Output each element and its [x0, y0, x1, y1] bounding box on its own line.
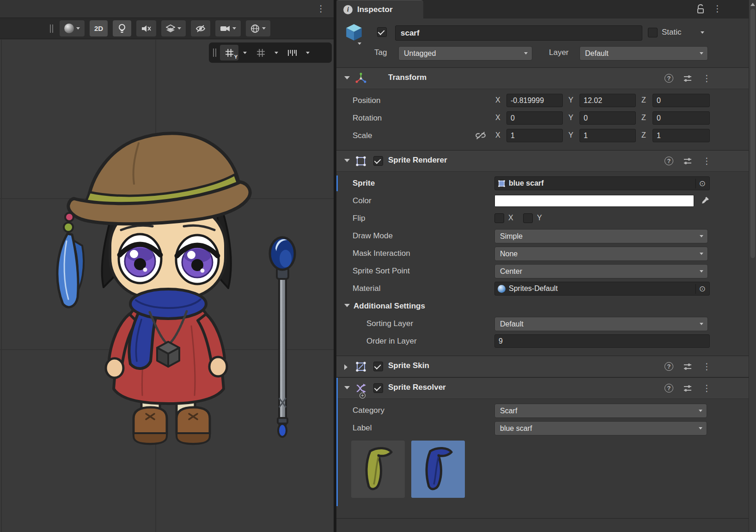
static-dropdown-icon[interactable]: [701, 31, 704, 34]
scene-visibility-button[interactable]: [191, 20, 210, 36]
additional-settings-row[interactable]: Additional Settings: [336, 297, 749, 315]
scene-effects-button[interactable]: [161, 20, 186, 36]
sorting-layer-dropdown[interactable]: Default: [494, 317, 708, 331]
component-enabled-checkbox[interactable]: [373, 362, 383, 371]
layer-dropdown[interactable]: Default: [579, 46, 708, 60]
toolbar-drag-handle[interactable]: [50, 24, 51, 33]
scene-canvas[interactable]: [0, 0, 334, 532]
presets-icon[interactable]: [683, 384, 692, 393]
sprite-thumbnail-blue-scarf[interactable]: [411, 441, 465, 498]
rotation-y-field[interactable]: [579, 111, 636, 125]
scene-camera-button[interactable]: [215, 20, 241, 36]
color-swatch[interactable]: [494, 195, 694, 207]
active-checkbox[interactable]: [377, 27, 387, 37]
object-picker-icon[interactable]: ⊙: [695, 179, 707, 188]
chevron-down-icon: [700, 323, 703, 325]
order-in-layer-field[interactable]: [494, 334, 710, 348]
tag-dropdown[interactable]: Untagged: [398, 46, 532, 60]
scene-lighting-button[interactable]: [113, 20, 131, 36]
snap-increment-button[interactable]: [283, 45, 301, 60]
scale-z-field[interactable]: [652, 129, 710, 142]
help-icon[interactable]: ?: [665, 74, 673, 83]
foldout-icon[interactable]: [344, 386, 350, 389]
help-icon[interactable]: ?: [665, 362, 673, 371]
static-checkbox[interactable]: [648, 28, 658, 37]
prefab-expand-icon[interactable]: [358, 42, 361, 45]
sprite-sort-point-value: Center: [500, 267, 522, 276]
sprite-resolver-header[interactable]: + Sprite Resolver ? ⋮: [336, 378, 749, 399]
help-icon[interactable]: ?: [665, 384, 673, 393]
help-icon[interactable]: ?: [665, 157, 673, 165]
tab-inspector[interactable]: i Inspector: [336, 0, 423, 18]
foldout-icon[interactable]: [344, 76, 350, 79]
flip-y-checkbox[interactable]: [523, 213, 533, 223]
resolver-badge-icon: +: [360, 393, 366, 399]
2d-mode-button[interactable]: 2D: [90, 20, 108, 36]
presets-icon[interactable]: [683, 362, 692, 371]
character-sprite[interactable]: [57, 133, 250, 444]
position-x-field[interactable]: [506, 94, 563, 107]
object-picker-icon[interactable]: ⊙: [695, 284, 707, 294]
sprite-object-field[interactable]: blue scarf ⊙: [494, 176, 710, 190]
scene-audio-button[interactable]: [136, 20, 156, 36]
category-dropdown[interactable]: Scarf: [494, 404, 707, 418]
grid-axis-dropdown[interactable]: [241, 45, 249, 60]
sprite-renderer-header[interactable]: Sprite Renderer ? ⋮: [336, 151, 749, 172]
transform-header[interactable]: Transform ? ⋮: [336, 68, 749, 89]
grid-toolbar-drag-handle[interactable]: [213, 48, 214, 57]
position-z-field[interactable]: [652, 94, 710, 107]
sprite-skin-title: Sprite Skin: [388, 361, 429, 370]
component-enabled-checkbox[interactable]: [373, 383, 383, 393]
more-icon[interactable]: ⋮: [702, 73, 711, 84]
draw-mode-dropdown[interactable]: Simple: [494, 229, 708, 243]
sprite-sort-point-dropdown[interactable]: Center: [494, 264, 708, 278]
flip-y-label: Y: [537, 214, 542, 222]
scene-gizmos-button[interactable]: [246, 20, 270, 36]
foldout-icon[interactable]: [344, 304, 350, 307]
presets-icon[interactable]: [683, 157, 692, 166]
shading-mode-button[interactable]: [60, 20, 85, 36]
rotation-z-field[interactable]: [652, 111, 710, 125]
scene-more-icon[interactable]: ⋮: [317, 3, 325, 15]
axis-x-label: X: [495, 131, 500, 139]
material-label: Material: [353, 284, 380, 293]
flip-x-checkbox[interactable]: [494, 213, 504, 223]
material-object-field[interactable]: Sprites-Default ⊙: [494, 282, 710, 296]
grid-axis-button[interactable]: Y: [220, 45, 238, 60]
position-y-field[interactable]: [579, 94, 636, 107]
gameobject-name-field[interactable]: [395, 25, 642, 41]
mask-interaction-label: Mask Interaction: [353, 249, 410, 258]
more-icon[interactable]: ⋮: [702, 156, 711, 166]
scale-y-field[interactable]: [579, 129, 636, 142]
staff-sprite[interactable]: [270, 237, 295, 437]
inspector-more-icon[interactable]: ⋮: [713, 3, 722, 14]
sprite-skin-header[interactable]: Sprite Skin ? ⋮: [336, 356, 749, 377]
eyedropper-icon[interactable]: [701, 195, 710, 205]
foldout-icon[interactable]: [344, 159, 350, 162]
scale-link-icon[interactable]: [475, 132, 486, 139]
mask-interaction-dropdown[interactable]: None: [494, 247, 708, 261]
snap-increment-dropdown[interactable]: [304, 45, 312, 60]
additional-settings-label: Additional Settings: [354, 302, 425, 311]
scale-x-field[interactable]: [506, 129, 563, 142]
label-dropdown[interactable]: blue scarf: [494, 421, 707, 435]
more-icon[interactable]: ⋮: [702, 383, 711, 393]
inspector-scrollbar[interactable]: [749, 0, 756, 532]
grid-visibility-dropdown[interactable]: [272, 45, 280, 60]
sprite-thumbnail-yellow-scarf[interactable]: [351, 441, 405, 498]
color-row: Color: [336, 192, 749, 210]
scene-view[interactable]: ⋮ 2D: [0, 0, 334, 532]
foldout-icon[interactable]: [344, 364, 348, 370]
grid-visibility-button[interactable]: [251, 45, 270, 60]
rotation-x-field[interactable]: [506, 111, 563, 125]
lock-icon[interactable]: [696, 4, 705, 14]
mask-interaction-value: None: [500, 250, 518, 258]
camera-icon: [220, 25, 230, 32]
presets-icon[interactable]: [683, 74, 692, 83]
order-in-layer-row: Order in Layer: [336, 332, 749, 350]
component-enabled-checkbox[interactable]: [373, 156, 383, 166]
sorting-layer-value: Default: [500, 320, 524, 328]
scrollbar-thumb[interactable]: [750, 9, 755, 258]
scroll-up-icon[interactable]: [750, 3, 755, 6]
more-icon[interactable]: ⋮: [702, 361, 711, 372]
